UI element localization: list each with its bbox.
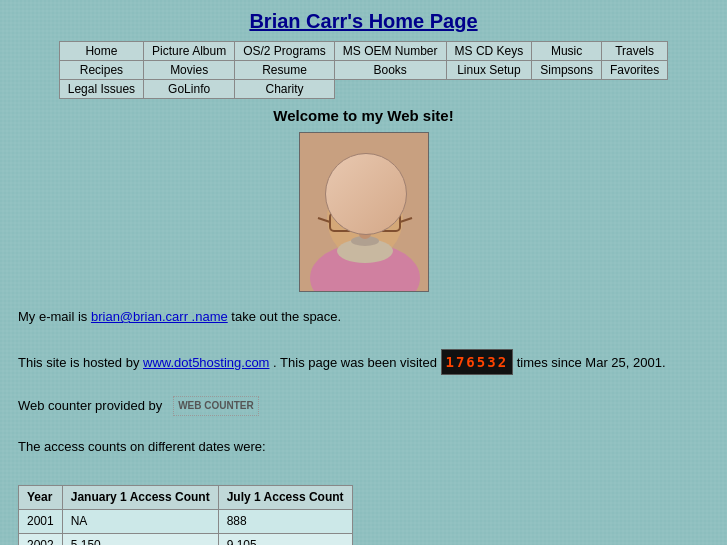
- webcounter-label: Web counter provided by: [18, 398, 162, 413]
- nav-resume[interactable]: Resume: [235, 61, 335, 80]
- table-cell: 2002: [19, 534, 63, 545]
- nav-travels[interactable]: Travels: [601, 42, 667, 61]
- email-paragraph: My e-mail is brian@brian.carr .name take…: [18, 307, 709, 328]
- table-cell: 5,150: [62, 534, 218, 545]
- nav-legal-issues[interactable]: Legal Issues: [59, 80, 143, 99]
- hosting-paragraph: This site is hosted by www.dot5hosting.c…: [18, 349, 709, 375]
- table-header-row: Year January 1 Access Count July 1 Acces…: [19, 485, 353, 509]
- photo-container: [10, 132, 717, 295]
- welcome-text: Welcome to my Web site!: [10, 107, 717, 124]
- nav-music[interactable]: Music: [532, 42, 602, 61]
- hosting-prefix: This site is hosted by: [18, 355, 143, 370]
- nav-recipes[interactable]: Recipes: [59, 61, 143, 80]
- table-cell: NA: [62, 510, 218, 534]
- access-intro: The access counts on different dates wer…: [18, 437, 709, 458]
- nav-linux-setup[interactable]: Linux Setup: [446, 61, 532, 80]
- table-cell: 2001: [19, 510, 63, 534]
- table-row: 20025,1509,105: [19, 534, 353, 545]
- nav-charity[interactable]: Charity: [235, 80, 335, 99]
- svg-point-14: [359, 229, 371, 239]
- hosting-middle: . This page was been visited: [273, 355, 440, 370]
- col-jul: July 1 Access Count: [218, 485, 352, 509]
- hosting-link[interactable]: www.dot5hosting.com: [143, 355, 269, 370]
- col-year: Year: [19, 485, 63, 509]
- svg-point-11: [381, 217, 391, 227]
- email-suffix: take out the space.: [231, 309, 341, 324]
- table-row: 2001NA888: [19, 510, 353, 534]
- nav-favorites[interactable]: Favorites: [601, 61, 667, 80]
- table-cell: 888: [218, 510, 352, 534]
- nav-ms-cd-keys[interactable]: MS CD Keys: [446, 42, 532, 61]
- access-table: Year January 1 Access Count July 1 Acces…: [18, 485, 353, 545]
- nav-picture-album[interactable]: Picture Album: [144, 42, 235, 61]
- profile-photo: [299, 132, 429, 292]
- nav-os2-programs[interactable]: OS/2 Programs: [235, 42, 335, 61]
- email-prefix: My e-mail is: [18, 309, 91, 324]
- col-jan: January 1 Access Count: [62, 485, 218, 509]
- nav-books[interactable]: Books: [334, 61, 446, 80]
- nav-simpsons[interactable]: Simpsons: [532, 61, 602, 80]
- svg-point-4: [327, 168, 403, 208]
- table-cell: 9,105: [218, 534, 352, 545]
- nav-home[interactable]: Home: [59, 42, 143, 61]
- email-link[interactable]: brian@brian.carr .name: [91, 309, 228, 324]
- webcounter-paragraph: Web counter provided by WEB COUNTER: [18, 396, 709, 417]
- page-title: Brian Carr's Home Page: [10, 10, 717, 33]
- svg-point-10: [339, 217, 349, 227]
- webcounter-image: WEB COUNTER: [173, 396, 259, 416]
- main-content: My e-mail is brian@brian.carr .name take…: [10, 307, 717, 545]
- nav-movies[interactable]: Movies: [144, 61, 235, 80]
- nav-row-2: Recipes Movies Resume Books Linux Setup …: [59, 61, 668, 80]
- nav-ms-oem[interactable]: MS OEM Number: [334, 42, 446, 61]
- nav-row-3: Legal Issues GoLinfo Charity: [59, 80, 668, 99]
- nav-row-1: Home Picture Album OS/2 Programs MS OEM …: [59, 42, 668, 61]
- hosting-suffix: times since Mar 25, 2001.: [517, 355, 666, 370]
- visit-counter: 176532: [441, 349, 514, 375]
- nav-table: Home Picture Album OS/2 Programs MS OEM …: [59, 41, 669, 99]
- nav-golinfo[interactable]: GoLinfo: [144, 80, 235, 99]
